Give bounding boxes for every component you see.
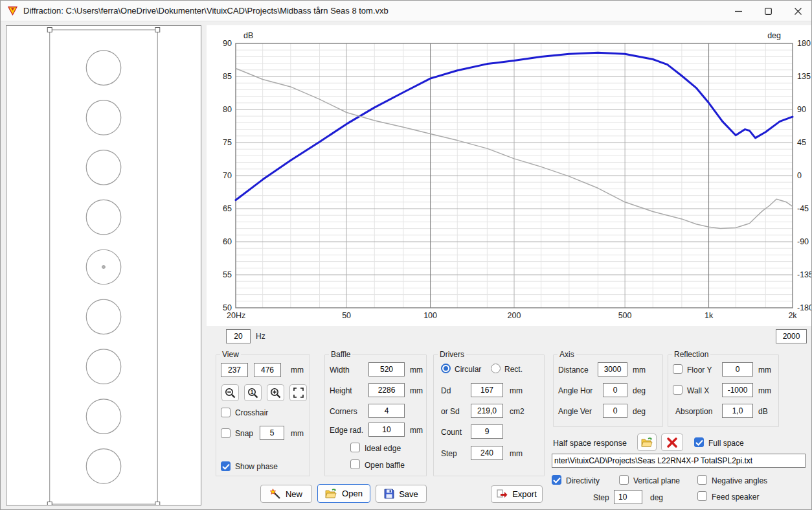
angle-hor-unit: deg: [633, 386, 646, 396]
absorption-field[interactable]: 1,0: [722, 404, 753, 418]
count-field[interactable]: 9: [471, 424, 503, 439]
svg-text:100: 100: [423, 311, 437, 320]
baffle-handle[interactable]: [47, 502, 52, 505]
open-folder-icon: [325, 489, 337, 499]
load-response-button[interactable]: [637, 434, 657, 451]
svg-text:-45: -45: [797, 204, 809, 213]
maximize-button[interactable]: [753, 1, 783, 21]
svg-text:dB: dB: [243, 31, 253, 40]
view-y-field[interactable]: 476: [254, 363, 281, 377]
view-unit: mm: [291, 365, 304, 375]
ideal-edge-checkbox[interactable]: [350, 443, 360, 452]
directivity-checkbox[interactable]: [552, 475, 561, 485]
freq-max-field[interactable]: 2000: [776, 329, 807, 343]
baffle-height-field[interactable]: 2286: [368, 383, 405, 397]
floor-label: Floor Y: [687, 365, 712, 375]
svg-text:75: 75: [223, 138, 232, 147]
diffraction-window: { "window": { "title": "Diffraction: C:\…: [0, 0, 812, 510]
new-button[interactable]: New: [260, 485, 312, 503]
zoom-in-icon: [270, 388, 281, 399]
export-button-label: Export: [512, 489, 537, 499]
circular-radio[interactable]: [441, 364, 451, 373]
floor-checkbox[interactable]: [673, 364, 682, 374]
chart-svg: dBdeg90858075706560555018013590450-45-90…: [207, 25, 812, 326]
response-chart: dBdeg90858075706560555018013590450-45-90…: [207, 25, 812, 326]
zoom-out-button[interactable]: [221, 384, 239, 401]
save-floppy-icon: [384, 489, 394, 499]
baffle-edge-field[interactable]: 10: [368, 423, 405, 437]
minimize-button[interactable]: [723, 1, 753, 21]
floor-field[interactable]: 0: [722, 362, 753, 377]
directivity-label: Directivity: [566, 476, 600, 486]
feed-speaker-checkbox[interactable]: [697, 491, 707, 501]
response-path-field[interactable]: nter\VituixCAD\Projects\Seas L22RN4X-P T…: [552, 454, 806, 468]
angle-ver-label: Angle Ver: [558, 406, 592, 417]
vertical-plane-checkbox[interactable]: [619, 475, 629, 485]
zoom-fit-button[interactable]: [289, 384, 307, 401]
svg-text:90: 90: [223, 39, 232, 48]
zoom-100-button[interactable]: 1: [244, 384, 262, 401]
view-x-field[interactable]: 237: [221, 363, 248, 377]
negative-angles-checkbox[interactable]: [697, 475, 707, 485]
snap-checkbox[interactable]: [221, 428, 231, 438]
freq-min-unit: Hz: [256, 331, 265, 342]
magic-wand-icon: [270, 489, 281, 500]
snap-field[interactable]: 5: [260, 426, 284, 440]
show-phase-checkbox[interactable]: [221, 461, 231, 471]
drivers-group-title: Drivers: [438, 350, 466, 359]
baffle-height-label: Height: [330, 386, 352, 396]
close-button[interactable]: [783, 1, 812, 21]
svg-text:1: 1: [251, 389, 254, 395]
title-bar: Diffraction: C:\Users\ferra\OneDrive\Dok…: [1, 1, 812, 21]
export-button[interactable]: Export: [491, 485, 543, 503]
wall-field[interactable]: -1000: [722, 383, 753, 397]
absorption-label: Absorption: [675, 406, 712, 417]
step-field[interactable]: 240: [471, 446, 503, 460]
baffle-width-unit: mm: [410, 365, 423, 375]
baffle-width-field[interactable]: 520: [368, 362, 405, 377]
zoom-in-button[interactable]: [267, 384, 284, 401]
directivity-step-field[interactable]: 10: [614, 490, 642, 504]
sd-field[interactable]: 219,0: [471, 404, 503, 418]
svg-text:-90: -90: [797, 237, 809, 246]
window-title: Diffraction: C:\Users\ferra\OneDrive\Dok…: [23, 6, 389, 16]
angle-ver-field[interactable]: 0: [603, 404, 627, 418]
absorption-unit: dB: [758, 406, 768, 417]
new-button-label: New: [286, 489, 302, 499]
open-button[interactable]: Open: [317, 484, 370, 503]
rect-radio[interactable]: [491, 364, 501, 373]
ideal-edge-label: Ideal edge: [365, 443, 401, 454]
svg-text:deg: deg: [767, 31, 781, 40]
baffle-canvas[interactable]: [6, 25, 201, 505]
dd-field[interactable]: 167: [471, 383, 503, 397]
baffle-handle[interactable]: [155, 502, 160, 505]
red-x-icon: [667, 437, 677, 448]
save-button[interactable]: Save: [376, 485, 427, 503]
vertical-plane-label: Vertical plane: [633, 476, 680, 486]
maximize-icon: [765, 8, 772, 15]
baffle-corners-field[interactable]: 4: [368, 404, 405, 418]
angle-ver-unit: deg: [633, 406, 646, 417]
wall-checkbox[interactable]: [673, 385, 682, 395]
baffle-edge-label: Edge rad.: [330, 425, 363, 435]
angle-hor-field[interactable]: 0: [603, 383, 627, 397]
zoom-fit-icon: [293, 388, 304, 398]
baffle-handle[interactable]: [155, 28, 160, 32]
baffle-edge-unit: mm: [410, 425, 423, 435]
svg-text:1k: 1k: [705, 311, 714, 320]
distance-field[interactable]: 3000: [598, 362, 627, 377]
panel-divider: [201, 21, 207, 510]
wall-unit: mm: [758, 386, 771, 396]
open-baffle-checkbox[interactable]: [350, 459, 360, 469]
crosshair-checkbox[interactable]: [221, 408, 231, 417]
svg-text:135: 135: [797, 72, 811, 81]
svg-text:70: 70: [223, 171, 232, 180]
clear-response-button[interactable]: [661, 434, 683, 451]
baffle-group-title: Baffle: [329, 350, 352, 359]
baffle-handle[interactable]: [47, 28, 52, 32]
floor-unit: mm: [758, 365, 771, 375]
full-space-checkbox[interactable]: [694, 437, 704, 447]
freq-min-field[interactable]: 20: [226, 329, 251, 343]
svg-text:2k: 2k: [788, 311, 797, 320]
wall-label: Wall X: [687, 386, 709, 396]
